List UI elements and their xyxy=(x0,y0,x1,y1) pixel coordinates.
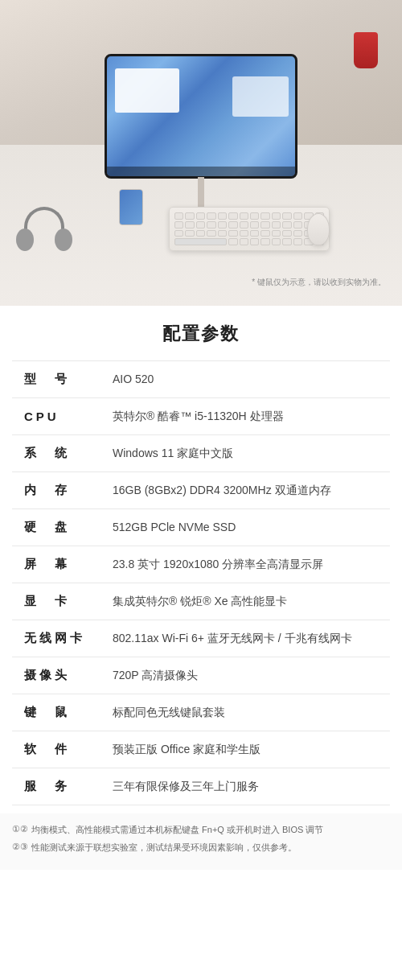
specs-table: 型 号AIO 520CPU英特尔® 酷睿™ i5-11320H 处理器系 统Wi… xyxy=(12,360,390,805)
spec-row: 摄像头720P 高清摄像头 xyxy=(12,657,390,694)
spec-label: 硬 盘 xyxy=(12,509,100,546)
spec-row: 内 存16GB (8GBx2) DDR4 3200MHz 双通道内存 xyxy=(12,472,390,509)
monitor xyxy=(105,54,297,179)
spec-row: 无线网卡802.11ax Wi-Fi 6+ 蓝牙无线网卡 / 千兆有线网卡 xyxy=(12,620,390,657)
spec-value: 英特尔® 酷睿™ i5-11320H 处理器 xyxy=(100,398,390,435)
footnote-2-marker: ②③ xyxy=(12,842,28,852)
spec-row: 屏 幕23.8 英寸 1920x1080 分辨率全高清显示屏 xyxy=(12,546,390,583)
keyboard-keys xyxy=(174,212,324,245)
spec-label: 型 号 xyxy=(12,361,100,398)
spec-value: Windows 11 家庭中文版 xyxy=(100,435,390,472)
watermark-text: * 键鼠仅为示意，请以收到实物为准。 xyxy=(252,277,386,288)
spec-row: 软 件预装正版 Office 家庭和学生版 xyxy=(12,731,390,768)
spec-value: AIO 520 xyxy=(100,361,390,398)
spec-label: 内 存 xyxy=(12,472,100,509)
spec-label: 键 鼠 xyxy=(12,694,100,731)
specs-section: 配置参数 型 号AIO 520CPU英特尔® 酷睿™ i5-11320H 处理器… xyxy=(0,306,402,813)
spec-label: 软 件 xyxy=(12,731,100,768)
spec-value: 三年有限保修及三年上门服务 xyxy=(100,768,390,805)
screen-window-1 xyxy=(115,68,179,113)
spec-row: CPU英特尔® 酷睿™ i5-11320H 处理器 xyxy=(12,398,390,435)
spec-label: 屏 幕 xyxy=(12,546,100,583)
footnote-2-text: 性能测试来源于联想实验室，测试结果受环境因素影响，仅供参考。 xyxy=(31,841,297,854)
headphones-band xyxy=(24,207,64,231)
spec-value: 预装正版 Office 家庭和学生版 xyxy=(100,731,390,768)
specs-title: 配置参数 xyxy=(12,322,390,346)
mouse xyxy=(307,213,330,245)
spec-value: 集成英特尔® 锐炬® Xe 高性能显卡 xyxy=(100,583,390,620)
spec-label: CPU xyxy=(12,398,100,435)
keyboard xyxy=(169,207,330,251)
spec-value: 标配同色无线键鼠套装 xyxy=(100,694,390,731)
spec-value: 512GB PCle NVMe SSD xyxy=(100,509,390,546)
footnote-1-text: 均衡模式、高性能模式需通过本机标配键盘 Fn+Q 或开机时进入 BIOS 调节 xyxy=(31,823,323,837)
monitor-screen xyxy=(107,56,295,176)
spec-row: 键 鼠标配同色无线键鼠套装 xyxy=(12,694,390,731)
spec-row: 硬 盘512GB PCle NVMe SSD xyxy=(12,509,390,546)
spec-row: 显 卡集成英特尔® 锐炬® Xe 高性能显卡 xyxy=(12,583,390,620)
footnote-2: ②③ 性能测试来源于联想实验室，测试结果受环境因素影响，仅供参考。 xyxy=(12,841,390,854)
spec-value: 16GB (8GBx2) DDR4 3200MHz 双通道内存 xyxy=(100,472,390,509)
hero-image: * 键鼠仅为示意，请以收到实物为准。 xyxy=(0,0,402,306)
screen-taskbar xyxy=(107,167,295,176)
spec-label: 无线网卡 xyxy=(12,620,100,657)
headphones-right-ear xyxy=(55,229,72,251)
spec-label: 摄像头 xyxy=(12,657,100,694)
spec-row: 系 统Windows 11 家庭中文版 xyxy=(12,435,390,472)
footnote-1-marker: ①② xyxy=(12,824,28,834)
headphones xyxy=(16,207,72,251)
spec-row: 服 务三年有限保修及三年上门服务 xyxy=(12,768,390,805)
spec-value: 802.11ax Wi-Fi 6+ 蓝牙无线网卡 / 千兆有线网卡 xyxy=(100,620,390,657)
footnotes-section: ①② 均衡模式、高性能模式需通过本机标配键盘 Fn+Q 或开机时进入 BIOS … xyxy=(0,813,402,870)
spec-label: 服 务 xyxy=(12,768,100,805)
phone-stand xyxy=(119,189,143,225)
spec-label: 系 统 xyxy=(12,435,100,472)
spec-label: 显 卡 xyxy=(12,583,100,620)
spec-row: 型 号AIO 520 xyxy=(12,361,390,398)
footnote-1: ①② 均衡模式、高性能模式需通过本机标配键盘 Fn+Q 或开机时进入 BIOS … xyxy=(12,823,390,837)
phone-screen xyxy=(120,190,142,224)
headphones-left-ear xyxy=(16,229,34,251)
background-decoration xyxy=(354,32,378,68)
spec-value: 720P 高清摄像头 xyxy=(100,657,390,694)
screen-window-2 xyxy=(232,76,289,117)
spec-value: 23.8 英寸 1920x1080 分辨率全高清显示屏 xyxy=(100,546,390,583)
